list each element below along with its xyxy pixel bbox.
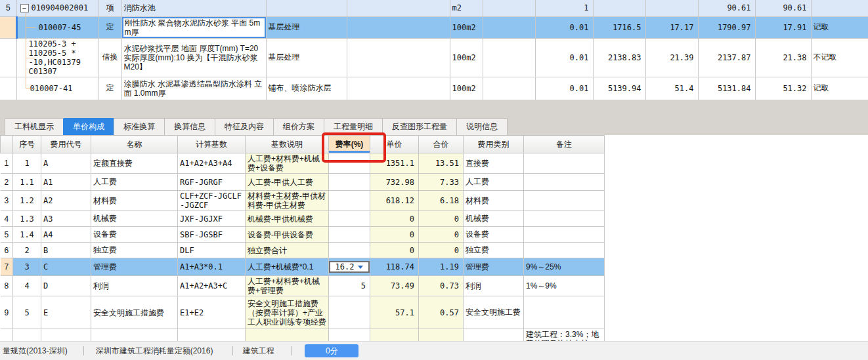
- header-name[interactable]: 名称: [91, 136, 178, 153]
- tab-labor-material-machine[interactable]: 工料机显示: [5, 118, 64, 135]
- cell-fee-category[interactable]: 直接费: [464, 153, 524, 174]
- header-note[interactable]: 备注: [524, 136, 605, 153]
- cell-base-description[interactable]: 人工费+材料费+机械费+设备费: [246, 153, 329, 174]
- cell-fee-flag[interactable]: 记取: [811, 77, 868, 100]
- cell-rate[interactable]: 16.2: [329, 258, 370, 276]
- cell-total-price[interactable]: 7.33: [419, 174, 464, 191]
- tab-quantity-detail[interactable]: 工程量明细: [324, 118, 383, 135]
- cell-unit-price[interactable]: 5139.94: [593, 77, 645, 100]
- cell-calc-base[interactable]: DLF: [178, 243, 246, 258]
- cell-type[interactable]: 定: [98, 16, 121, 38]
- cell-calc-base[interactable]: A1+A3*0.1: [178, 258, 246, 276]
- cell-spacer[interactable]: [347, 0, 450, 16]
- tab-standard-conversion[interactable]: 标准换算: [114, 118, 165, 135]
- header-row-number[interactable]: [1, 136, 13, 153]
- cell-calc-base[interactable]: A1+A2+A3+A4: [178, 153, 246, 174]
- cell-sequence[interactable]: 3: [13, 258, 41, 276]
- cell-sequence[interactable]: 2: [13, 243, 41, 258]
- cell-unit-price[interactable]: [593, 0, 645, 16]
- header-fee-code[interactable]: 费用代号: [41, 136, 91, 153]
- header-calc-base[interactable]: 计算基数: [178, 136, 246, 153]
- name-edit-field[interactable]: 刚性防水 聚合物水泥防水砂浆 平面 5mm厚: [122, 17, 266, 38]
- cell-quantity[interactable]: 0.01: [535, 77, 593, 100]
- cell-unit-price[interactable]: 732.98: [370, 174, 419, 191]
- cell-spacer[interactable]: [347, 16, 450, 38]
- cell-fee-code[interactable]: A2: [41, 191, 91, 211]
- cell-row-number[interactable]: 5: [1, 227, 13, 243]
- table-row[interactable]: 9 5 E 安全文明施工措施费 E1+E2 安全文明施工措施费（按费率计算）+产…: [1, 296, 605, 329]
- cell-total-price[interactable]: 0: [419, 211, 464, 227]
- table-row-selected[interactable]: 7 3 C 管理费 A1+A3*0.1 人工费+机械费*0.1 16.2 118…: [1, 258, 605, 276]
- cell-name[interactable]: 设备费: [91, 227, 178, 243]
- cell-row-number[interactable]: 2: [1, 174, 13, 191]
- cell-unit[interactable]: m2: [450, 0, 483, 16]
- cell-name[interactable]: 材料费: [91, 191, 178, 211]
- cell-calc-base[interactable]: RGF-JGRGF: [178, 174, 246, 191]
- table-row[interactable]: 4 1.3 A3 机械费 JXF-JGJXF 机械费-甲供机械费 0 0 机械费: [1, 211, 605, 227]
- cell-name[interactable]: 涂膜防水 水泥基渗透结晶型防水涂料 立面 1.0mm厚: [121, 77, 266, 100]
- cell-fee-code[interactable]: A1: [41, 174, 91, 191]
- cell-sequence[interactable]: 1.2: [13, 191, 41, 211]
- cell-base-description[interactable]: 独立费合计: [246, 243, 329, 258]
- cell-work-content[interactable]: 基层处理: [266, 38, 347, 77]
- cell-work-content[interactable]: 铺布、喷涂防水层: [266, 77, 347, 100]
- cell-note[interactable]: [524, 153, 605, 174]
- header-sequence[interactable]: 序号: [13, 136, 41, 153]
- cell-total-price[interactable]: 51.4: [645, 77, 698, 100]
- cell-base-description[interactable]: 材料费+主材费-甲供材料费-甲供主材费: [246, 191, 329, 211]
- cell-rate[interactable]: 5: [329, 276, 370, 296]
- cell-row-number[interactable]: 8: [1, 276, 13, 296]
- cell-fee-code[interactable]: C: [41, 258, 91, 276]
- cell-name[interactable]: 利润: [91, 276, 178, 296]
- tab-reverse-lookup-quantity[interactable]: 反查图形工程量: [382, 118, 457, 135]
- cell-rate[interactable]: [329, 174, 370, 191]
- header-total-price[interactable]: 合价: [419, 136, 464, 153]
- cell-sequence[interactable]: 1: [13, 153, 41, 174]
- cell-note[interactable]: [524, 211, 605, 227]
- cell-name[interactable]: 人工费: [91, 174, 178, 191]
- cell-unit-price[interactable]: 57.1: [370, 296, 419, 329]
- cell-fee-code[interactable]: B: [41, 243, 91, 258]
- cell-row-number[interactable]: 9: [1, 296, 13, 329]
- cell-rate[interactable]: [329, 243, 370, 258]
- cell-note[interactable]: [524, 227, 605, 243]
- tab-description-info[interactable]: 说明信息: [456, 118, 508, 135]
- cell-name[interactable]: 消防水池: [121, 0, 266, 16]
- cell-calc-base[interactable]: E1+E2: [178, 296, 246, 329]
- cell-fee-code[interactable]: A4: [41, 227, 91, 243]
- cell-fee-category[interactable]: 材料费: [464, 191, 524, 211]
- cell-code[interactable]: 110205-3 + 110205-5 * -10,HC01379 C01307: [16, 38, 98, 77]
- cell-fee-code[interactable]: A: [41, 153, 91, 174]
- cell-spacer[interactable]: [347, 38, 450, 77]
- cell-total-price-2[interactable]: 90.61: [755, 0, 811, 16]
- cell-base-description[interactable]: 机械费-甲供机械费: [246, 211, 329, 227]
- table-row[interactable]: 2 1.1 A1 人工费 RGF-JGRGF 人工费-甲供人工费 732.98 …: [1, 174, 605, 191]
- cell-total-price[interactable]: 6.18: [419, 191, 464, 211]
- row-selection-marker[interactable]: 7: [1, 258, 13, 276]
- cell-name[interactable]: 独立费: [91, 243, 178, 258]
- cell-sequence[interactable]: 1.1: [13, 174, 41, 191]
- collapse-icon[interactable]: −: [20, 4, 29, 12]
- cell-total-price[interactable]: 0.57: [419, 296, 464, 329]
- cell-rate[interactable]: [329, 211, 370, 227]
- cell-unit[interactable]: 100m2: [450, 77, 483, 100]
- cell-code[interactable]: 010007-41: [16, 77, 98, 100]
- cell-fee-category[interactable]: 人工费: [464, 174, 524, 191]
- header-unit-price[interactable]: 单价: [370, 136, 419, 153]
- table-row[interactable]: 5 1.4 A4 设备费 SBF-JGSBF 设备费-甲供设备费 0 0 设备费: [1, 227, 605, 243]
- cell-spacer[interactable]: [347, 77, 450, 100]
- tab-unit-price-composition[interactable]: 单价构成: [63, 118, 114, 135]
- cell-quantity[interactable]: 0.01: [535, 38, 593, 77]
- cell-note[interactable]: [524, 174, 605, 191]
- cell-unit-price[interactable]: 0: [370, 243, 419, 258]
- cell-sequence[interactable]: [0, 77, 16, 100]
- cell-rate[interactable]: [329, 227, 370, 243]
- cell-unit-price[interactable]: 0: [370, 227, 419, 243]
- cell-total-price-2[interactable]: 17.91: [755, 16, 811, 38]
- cell-spacer[interactable]: [483, 0, 535, 16]
- cell-unit-price[interactable]: 118.74: [370, 258, 419, 276]
- cell-unit-price[interactable]: 73.49: [370, 276, 419, 296]
- cell-quantity[interactable]: 1: [535, 0, 593, 16]
- cell-fee-flag[interactable]: 不记取: [811, 38, 868, 77]
- header-base-description[interactable]: 基数说明: [246, 136, 329, 153]
